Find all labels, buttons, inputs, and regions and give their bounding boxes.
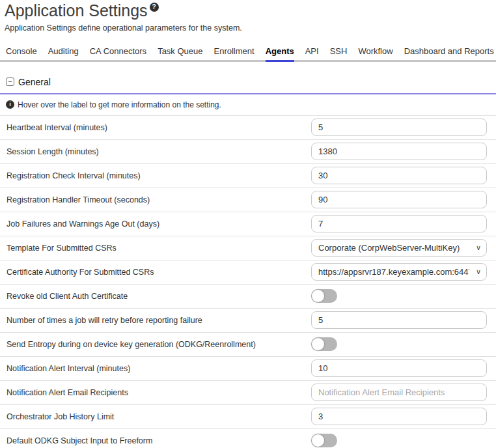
setting-label: Template For Submitted CSRs — [7, 244, 311, 253]
setting-row: Job Failures and Warnings Age Out (days) — [0, 212, 496, 236]
tab-ssh[interactable]: SSH — [330, 42, 348, 62]
setting-label: Orchestrator Job History Limit — [7, 412, 311, 421]
setting-control-slot — [311, 143, 487, 160]
section-title: General — [18, 77, 51, 87]
setting-row: Default ODKG Subject Input to Freeform — [0, 429, 496, 448]
setting-label: Default ODKG Subject Input to Freeform — [7, 436, 311, 445]
setting-row: Session Length (minutes) — [0, 140, 496, 164]
setting-control-slot — [311, 434, 487, 447]
setting-row: Notification Alert Email Recipients — [0, 381, 496, 405]
setting-text-input[interactable] — [311, 119, 487, 136]
setting-row: Orchestrator Job History Limit — [0, 405, 496, 429]
setting-row: Notification Alert Interval (minutes) — [0, 357, 496, 381]
setting-text-input[interactable] — [311, 167, 487, 184]
setting-row: Send Entropy during on device key genera… — [0, 333, 496, 357]
tab-dashboard-and-reports[interactable]: Dashboard and Reports — [404, 42, 494, 62]
setting-text-input[interactable] — [311, 191, 487, 208]
setting-control-slot — [311, 337, 487, 351]
setting-label: Certificate Authority For Submitted CSRs — [7, 268, 311, 277]
settings-rows: Heartbeat Interval (minutes) Session Len… — [0, 116, 496, 448]
setting-text-input[interactable] — [311, 384, 487, 401]
setting-row: Registration Check Interval (minutes) — [0, 164, 496, 188]
info-banner: i Hover over the label to get more infor… — [0, 94, 496, 116]
setting-text-input[interactable] — [311, 215, 487, 232]
setting-control-slot — [311, 167, 487, 184]
setting-row: Number of times a job will retry before … — [0, 309, 496, 333]
setting-select-wrap: Corporate (CorpWebServer-MultiKey)∨ — [311, 239, 487, 257]
setting-control-slot — [311, 359, 487, 377]
settings-tab-bar: ConsoleAuditingCA ConnectorsTask QueueEn… — [0, 42, 496, 62]
setting-text-input[interactable] — [311, 408, 487, 425]
setting-control-slot — [311, 384, 487, 401]
setting-label: Send Entropy during on device key genera… — [7, 340, 311, 349]
toggle-switch[interactable] — [311, 434, 337, 447]
tab-agents[interactable]: Agents — [266, 42, 294, 62]
setting-control-slot — [311, 119, 487, 136]
setting-select[interactable]: Corporate (CorpWebServer-MultiKey) — [311, 239, 487, 257]
setting-row: Heartbeat Interval (minutes) — [0, 116, 496, 140]
setting-label: Number of times a job will retry before … — [7, 316, 311, 325]
setting-text-input[interactable] — [311, 143, 487, 160]
toggle-knob — [312, 434, 324, 447]
setting-label: Registration Check Interval (minutes) — [7, 171, 311, 180]
setting-label: Revoke old Client Auth Certificate — [7, 292, 311, 301]
tab-console[interactable]: Console — [6, 42, 37, 62]
setting-control-slot — [311, 408, 487, 425]
toggle-knob — [312, 290, 324, 302]
setting-control-slot — [311, 191, 487, 208]
tab-enrollment[interactable]: Enrollment — [214, 42, 255, 62]
tab-auditing[interactable]: Auditing — [48, 42, 79, 62]
page-header: Application Settings ? Application Setti… — [0, 0, 496, 33]
setting-label: Session Length (minutes) — [7, 147, 311, 156]
info-text: Hover over the label to get more informa… — [18, 100, 221, 109]
setting-label: Job Failures and Warnings Age Out (days) — [7, 219, 311, 229]
tab-ca-connectors[interactable]: CA Connectors — [90, 42, 146, 62]
collapse-icon[interactable]: − — [6, 77, 14, 86]
setting-row: Registration Handler Timeout (seconds) — [0, 188, 496, 212]
setting-text-input[interactable] — [311, 311, 487, 329]
toggle-switch[interactable] — [311, 337, 337, 351]
info-icon: i — [6, 100, 14, 109]
toggle-knob — [312, 338, 324, 350]
page-subtitle: Application Settings define operational … — [5, 23, 491, 33]
setting-label: Heartbeat Interval (minutes) — [7, 123, 311, 132]
setting-label: Notification Alert Email Recipients — [7, 388, 311, 397]
toggle-switch[interactable] — [311, 289, 337, 303]
tab-task-queue[interactable]: Task Queue — [158, 42, 202, 62]
setting-row: Template For Submitted CSRs Corporate (C… — [0, 236, 496, 260]
setting-text-input[interactable] — [311, 359, 487, 377]
setting-select[interactable]: https://appsrvr187.keyexample.com:6447\C… — [311, 263, 487, 281]
setting-control-slot: https://appsrvr187.keyexample.com:6447\C… — [311, 263, 487, 281]
setting-label: Notification Alert Interval (minutes) — [7, 364, 311, 373]
tab-api[interactable]: API — [305, 42, 319, 62]
setting-select-wrap: https://appsrvr187.keyexample.com:6447\C… — [311, 263, 487, 281]
help-icon[interactable]: ? — [150, 3, 159, 12]
setting-control-slot — [311, 215, 487, 232]
setting-control-slot — [311, 289, 487, 303]
setting-row: Revoke old Client Auth Certificate — [0, 285, 496, 309]
setting-control-slot — [311, 311, 487, 329]
section-header-general: − General — [6, 77, 491, 87]
page-title: Application Settings — [5, 1, 148, 20]
setting-control-slot: Corporate (CorpWebServer-MultiKey)∨ — [311, 239, 487, 257]
tab-workflow[interactable]: Workflow — [358, 42, 393, 62]
setting-row: Certificate Authority For Submitted CSRs… — [0, 260, 496, 285]
setting-label: Registration Handler Timeout (seconds) — [7, 195, 311, 204]
